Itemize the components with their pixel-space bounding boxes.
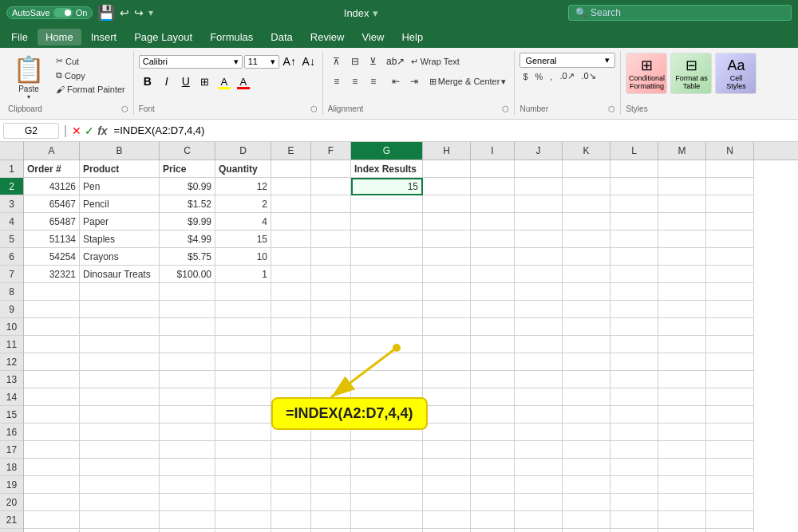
cell-d2[interactable]: 12 [215,178,271,195]
cell-a7[interactable]: 32321 [24,266,80,283]
align-left-button[interactable]: ≡ [328,73,346,90]
row-num-7[interactable]: 7 [0,266,23,283]
col-header-i[interactable]: I [471,142,515,160]
cell-m1[interactable] [658,160,706,178]
font-size-selector[interactable]: 11 ▾ [244,55,279,69]
cell-b4[interactable]: Paper [80,213,160,231]
cell-j6[interactable] [515,248,563,266]
row-num-10[interactable]: 10 [0,318,23,336]
cell-g1[interactable]: Index Results [351,160,423,178]
col-header-k[interactable]: K [563,142,610,160]
format-as-table-button[interactable]: ⊟ Format asTable [670,53,712,94]
cell-n1[interactable] [706,160,754,178]
increase-indent-button[interactable]: ⇥ [405,73,423,90]
cell-e2[interactable] [271,178,311,195]
cell-k2[interactable] [563,178,610,195]
cell-k1[interactable] [563,160,610,178]
italic-button[interactable]: I [158,73,176,90]
cell-h7[interactable] [423,266,471,283]
cell-a1[interactable]: Order # [24,160,80,178]
cell-n7[interactable] [706,266,754,283]
cell-g6[interactable] [351,248,423,266]
row-num-20[interactable]: 20 [0,494,23,511]
border-button[interactable]: ⊞ [196,73,214,90]
cell-j2[interactable] [515,178,563,195]
align-bottom-button[interactable]: ⊻ [365,53,382,70]
font-family-selector[interactable]: Calibri ▾ [139,55,243,69]
col-header-e[interactable]: E [271,142,311,160]
autosave-toggle-switch[interactable] [53,8,73,18]
alignment-expand-icon[interactable]: ⬡ [502,104,509,113]
cell-g5[interactable] [351,231,423,248]
cell-e4[interactable] [271,213,311,231]
cell-e7[interactable] [271,266,311,283]
font-color-button[interactable]: A [235,73,252,90]
cell-h6[interactable] [423,248,471,266]
cell-i6[interactable] [471,248,515,266]
menu-review[interactable]: Review [302,29,353,45]
cell-k5[interactable] [563,231,610,248]
font-expand-icon[interactable]: ⬡ [310,104,318,113]
cell-styles-button[interactable]: Aa CellStyles [715,53,757,94]
cell-a2[interactable]: 43126 [24,178,80,195]
cell-i1[interactable] [471,160,515,178]
formula-confirm-icon[interactable]: ✓ [85,124,94,137]
cell-m6[interactable] [658,248,706,266]
percent-button[interactable]: % [532,71,547,82]
menu-file[interactable]: File [3,29,36,45]
col-header-n[interactable]: N [706,142,754,160]
number-format-selector[interactable]: General ▾ [519,53,615,68]
cell-j5[interactable] [515,231,563,248]
col-header-m[interactable]: M [658,142,706,160]
cell-f6[interactable] [311,248,351,266]
row-num-17[interactable]: 17 [0,441,23,459]
function-icon[interactable]: fx [97,124,107,137]
cell-c1[interactable]: Price [160,160,215,178]
cell-i3[interactable] [471,195,515,213]
cell-g7[interactable] [351,266,423,283]
row-col-corner[interactable] [0,142,24,160]
cell-n4[interactable] [706,213,754,231]
menu-page-layout[interactable]: Page Layout [126,29,200,45]
row-num-19[interactable]: 19 [0,476,23,494]
cell-l4[interactable] [610,213,658,231]
cell-f4[interactable] [311,213,351,231]
cell-i2[interactable] [471,178,515,195]
underline-button[interactable]: U [177,73,195,90]
cell-n6[interactable] [706,248,754,266]
formula-cancel-icon[interactable]: ✕ [72,124,81,137]
col-header-h[interactable]: H [423,142,471,160]
cell-f3[interactable] [311,195,351,213]
col-header-d[interactable]: D [215,142,271,160]
undo-button[interactable]: ↩ [120,6,129,19]
merge-center-button[interactable]: ⊞ Merge & Center ▾ [426,75,510,89]
row-num-9[interactable]: 9 [0,301,23,318]
cell-f7[interactable] [311,266,351,283]
autosave-toggle[interactable]: AutoSave On [6,6,93,19]
col-header-b[interactable]: B [80,142,160,160]
align-center-button[interactable]: ≡ [346,73,364,90]
cell-g2[interactable]: 15 [351,178,423,195]
row-num-5[interactable]: 5 [0,231,23,248]
cell-l6[interactable] [610,248,658,266]
cell-f2[interactable] [311,178,351,195]
row-num-2[interactable]: 2 [0,178,23,195]
cell-j4[interactable] [515,213,563,231]
row-num-3[interactable]: 3 [0,195,23,213]
row-num-14[interactable]: 14 [0,388,23,406]
cell-reference-box[interactable]: G2 [3,123,59,139]
cell-i7[interactable] [471,266,515,283]
cell-e1[interactable] [271,160,311,178]
cell-k3[interactable] [563,195,610,213]
cell-n5[interactable] [706,231,754,248]
cell-e3[interactable] [271,195,311,213]
cell-d4[interactable]: 4 [215,213,271,231]
clipboard-expand-icon[interactable]: ⬡ [121,104,128,113]
cell-d3[interactable]: 2 [215,195,271,213]
paste-button[interactable]: 📋 Paste ▾ [8,53,49,102]
row-num-16[interactable]: 16 [0,424,23,441]
menu-formulas[interactable]: Formulas [202,29,261,45]
cell-l5[interactable] [610,231,658,248]
menu-data[interactable]: Data [263,29,300,45]
cell-h5[interactable] [423,231,471,248]
